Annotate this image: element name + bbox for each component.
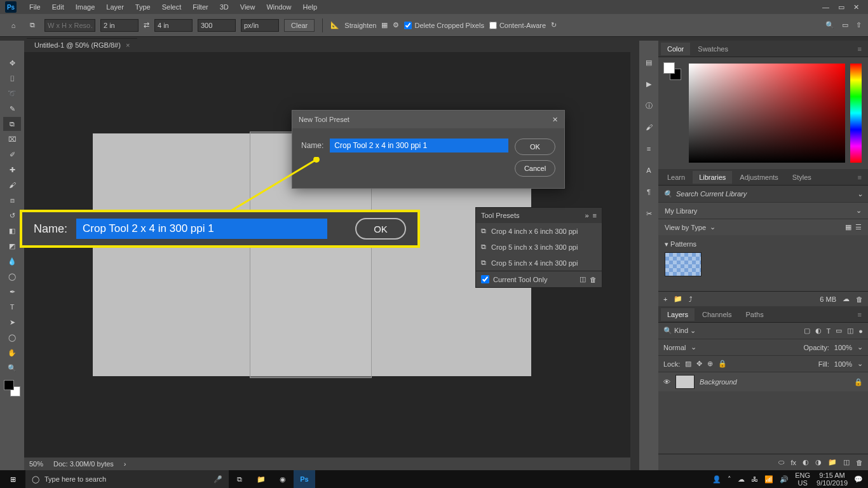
current-tool-only-checkbox[interactable] (481, 275, 489, 283)
trash-icon[interactable]: 🗑 (856, 295, 863, 303)
taskbar-search[interactable]: ◯ Type here to search 🎤 (25, 470, 229, 488)
file-explorer-icon[interactable]: 📁 (250, 470, 272, 488)
status-chevron-icon[interactable]: › (124, 460, 126, 468)
crop-tool-icon[interactable]: ⧉ (25, 18, 39, 32)
tab-layers[interactable]: Layers (661, 308, 695, 321)
visibility-icon[interactable]: 👁 (663, 378, 670, 386)
gradient-tool-icon[interactable]: ◩ (3, 239, 21, 253)
photoshop-taskbar-icon[interactable]: Ps (294, 470, 315, 488)
filter-pixel-icon[interactable]: ▢ (804, 327, 810, 335)
clock[interactable]: 9:15 AM9/10/2019 (817, 471, 848, 487)
preset-name-input[interactable] (330, 139, 508, 152)
preset-item[interactable]: ⧉Crop 4 inch x 6 inch 300 ppi (476, 223, 602, 239)
tab-styles[interactable]: Styles (786, 171, 818, 184)
network-icon[interactable]: 🖧 (751, 475, 758, 483)
tray-chevron-icon[interactable]: ˄ (728, 475, 731, 484)
people-icon[interactable]: 👤 (712, 475, 721, 484)
onedrive-icon[interactable]: ☁ (738, 475, 745, 484)
panel-menu-icon[interactable]: ≡ (854, 45, 865, 53)
tool-presets-icon[interactable]: ✂ (642, 207, 655, 220)
preset-item[interactable]: ⧉Crop 5 inch x 4 inch 300 ppi (476, 255, 602, 271)
tab-learn[interactable]: Learn (661, 171, 691, 184)
content-aware-checkbox[interactable]: Content-Aware (489, 22, 546, 29)
history-brush-icon[interactable]: ↺ (3, 208, 21, 222)
hand-tool-icon[interactable]: ✋ (3, 346, 21, 360)
menu-file[interactable]: File (24, 1, 46, 13)
menu-image[interactable]: Image (71, 1, 100, 13)
lock-icon[interactable]: 🔒 (854, 378, 863, 386)
mask-icon[interactable]: ◐ (803, 458, 809, 466)
filter-smart-icon[interactable]: ◫ (847, 327, 853, 335)
callout-ok-button[interactable]: OK (355, 218, 406, 240)
lasso-tool-icon[interactable]: ➰ (3, 86, 21, 100)
zoom-tool-icon[interactable]: 🔍 (3, 361, 21, 375)
ratio-preset-select[interactable] (44, 19, 95, 32)
brushes-panel-icon[interactable]: 🖌 (642, 121, 655, 133)
character-panel-icon[interactable]: A (642, 164, 655, 177)
new-preset-icon[interactable]: ◫ (580, 275, 586, 283)
frame-tool-icon[interactable]: ⌧ (3, 132, 21, 146)
eraser-tool-icon[interactable]: ◧ (3, 224, 21, 238)
properties-panel-icon[interactable]: ⓘ (642, 99, 655, 112)
filter-kind[interactable]: 🔍 Kind ⌄ (663, 327, 696, 335)
trash-icon[interactable]: 🗑 (856, 459, 863, 466)
filter-shape-icon[interactable]: ▭ (836, 327, 842, 335)
brush-settings-icon[interactable]: ≡ (642, 142, 655, 155)
grid-view-icon[interactable]: ▦ (845, 223, 851, 231)
library-search[interactable]: 🔍Search Current Library⌄ (658, 186, 868, 202)
lock-pixels-icon[interactable]: ▨ (685, 360, 691, 368)
lock-artboard-icon[interactable]: ⊕ (707, 360, 713, 368)
view-by-toggle[interactable]: View by Type⌄▦☰ (658, 219, 868, 235)
height-input[interactable] (154, 19, 193, 32)
dialog-titlebar[interactable]: New Tool Preset ✕ (292, 111, 564, 128)
width-input[interactable] (100, 19, 139, 32)
notifications-icon[interactable]: 💬 (854, 475, 863, 484)
filter-adjust-icon[interactable]: ◐ (815, 327, 822, 335)
marquee-tool-icon[interactable]: ⌷ (3, 71, 21, 85)
reset-icon[interactable]: ↻ (551, 21, 557, 29)
trash-icon[interactable]: 🗑 (590, 276, 597, 283)
minimize-icon[interactable]: — (822, 3, 829, 11)
panel-menu-icon[interactable]: ≡ (854, 173, 865, 181)
language-indicator[interactable]: ENGUS (795, 471, 810, 487)
shape-tool-icon[interactable]: ◯ (3, 330, 21, 344)
share-icon[interactable]: ⇧ (856, 21, 862, 29)
mic-icon[interactable]: 🎤 (214, 475, 222, 484)
blur-tool-icon[interactable]: 💧 (3, 254, 21, 268)
tab-channels[interactable]: Channels (696, 308, 738, 321)
eyedropper-tool-icon[interactable]: ✐ (3, 147, 21, 161)
callout-name-input[interactable] (76, 219, 327, 239)
library-selector[interactable]: My Library⌄ (658, 202, 868, 219)
task-view-icon[interactable]: ⧉ (229, 470, 250, 488)
link-icon[interactable]: ⬭ (778, 458, 784, 466)
tab-color[interactable]: Color (661, 43, 690, 55)
group-icon[interactable]: 📁 (828, 458, 837, 466)
healing-tool-icon[interactable]: ✚ (3, 163, 21, 177)
layer-background[interactable]: 👁 Background 🔒 (658, 372, 868, 391)
grid-icon[interactable]: ▦ (381, 21, 388, 29)
straighten-icon[interactable]: 📐 (330, 21, 339, 29)
add-icon[interactable]: + (663, 295, 667, 303)
tab-close-icon[interactable]: × (126, 41, 130, 49)
fg-bg-swatch[interactable] (663, 62, 681, 80)
start-button[interactable]: ⊞ (0, 475, 25, 484)
fill-value[interactable]: 100% (834, 360, 852, 368)
list-view-icon[interactable]: ☰ (855, 223, 862, 231)
folder-icon[interactable]: 📁 (674, 295, 682, 303)
history-panel-icon[interactable]: ▤ (642, 56, 655, 69)
stamp-tool-icon[interactable]: ⧈ (3, 193, 21, 207)
home-icon[interactable]: ⌂ (6, 18, 20, 32)
document-tab[interactable]: Untitled-1 @ 50% (RGB/8#) × (27, 38, 137, 51)
wifi-icon[interactable]: 📶 (764, 475, 773, 484)
opacity-value[interactable]: 100% (834, 344, 852, 351)
gear-icon[interactable]: ⚙ (393, 21, 399, 29)
ok-button[interactable]: OK (515, 139, 555, 155)
resolution-input[interactable] (198, 19, 236, 32)
foreground-background-swatch[interactable] (4, 380, 20, 396)
new-layer-icon[interactable]: ◫ (843, 458, 850, 466)
panel-menu-icon[interactable]: ≡ (854, 311, 865, 318)
clear-button[interactable]: Clear (284, 19, 315, 32)
tab-libraries[interactable]: Libraries (693, 171, 732, 184)
adjustment-icon[interactable]: ◑ (815, 458, 822, 466)
maximize-icon[interactable]: ▭ (838, 3, 844, 11)
